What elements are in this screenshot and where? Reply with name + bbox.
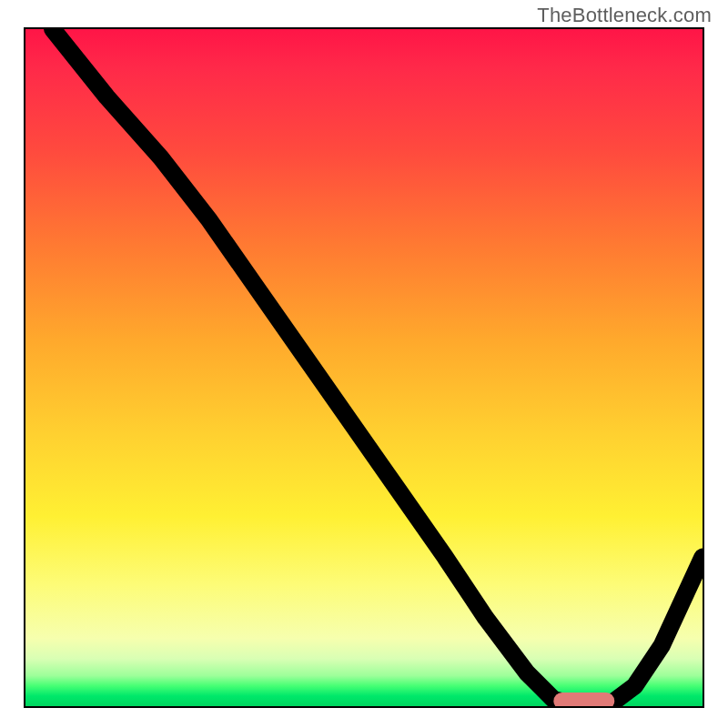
bottleneck-curve (53, 29, 703, 706)
watermark-text: TheBottleneck.com (537, 4, 712, 27)
chart-frame: TheBottleneck.com (0, 0, 728, 728)
minimum-marker (553, 693, 614, 706)
plot-area (24, 27, 704, 708)
curve-layer (25, 29, 703, 706)
